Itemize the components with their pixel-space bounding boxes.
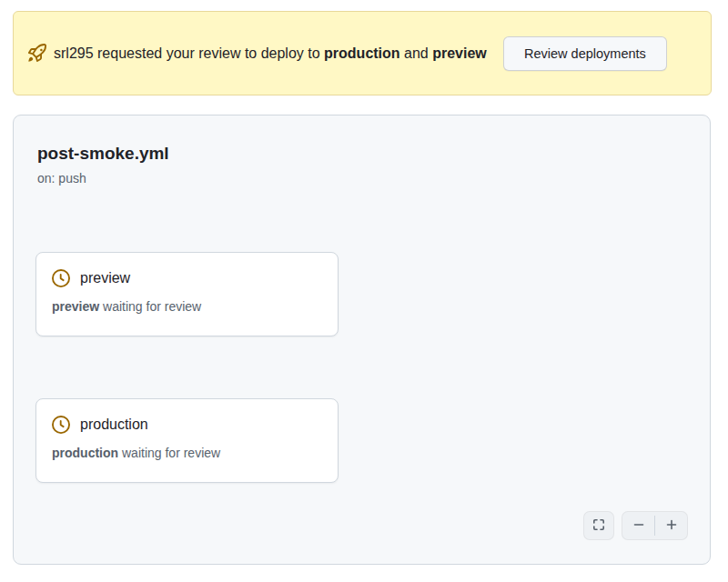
graph-controls [583,511,688,540]
banner-message: srl295 requested your review to deploy t… [28,41,503,66]
job-name: preview [80,270,130,286]
job-status-env: preview [52,299,99,314]
banner-actor: srl295 [54,45,94,61]
zoom-control-group [622,511,688,540]
job-status-env: production [52,446,118,460]
workflow-trigger: on: push [37,171,86,186]
fit-to-window-button[interactable] [583,511,614,540]
zoom-out-button[interactable] [622,512,654,539]
workflow-title: post-smoke.yml [37,144,169,164]
banner-env-production: production [324,45,400,61]
banner-text-1: requested your review to deploy to [94,45,324,61]
rocket-icon [28,44,46,62]
banner-env-preview: preview [432,45,487,61]
minus-icon [632,517,646,535]
screen-full-icon [592,517,606,535]
plus-icon [664,517,679,535]
deployment-review-banner: srl295 requested your review to deploy t… [13,11,712,95]
review-deployments-button[interactable]: Review deployments [503,36,667,71]
job-name: production [80,416,148,433]
job-status-rest: waiting for review [118,446,220,460]
job-status-rest: waiting for review [99,299,201,314]
banner-text-2: and [400,45,433,61]
clock-icon [52,416,70,434]
clock-icon [52,269,70,287]
workflow-graph-panel: post-smoke.yml on: push preview preview … [13,115,711,565]
job-card-preview[interactable]: preview preview waiting for review [35,252,339,336]
zoom-in-button[interactable] [655,512,687,539]
job-card-production[interactable]: production production waiting for review [35,398,339,483]
job-status: production waiting for review [52,446,322,460]
job-status: preview waiting for review [52,299,322,314]
